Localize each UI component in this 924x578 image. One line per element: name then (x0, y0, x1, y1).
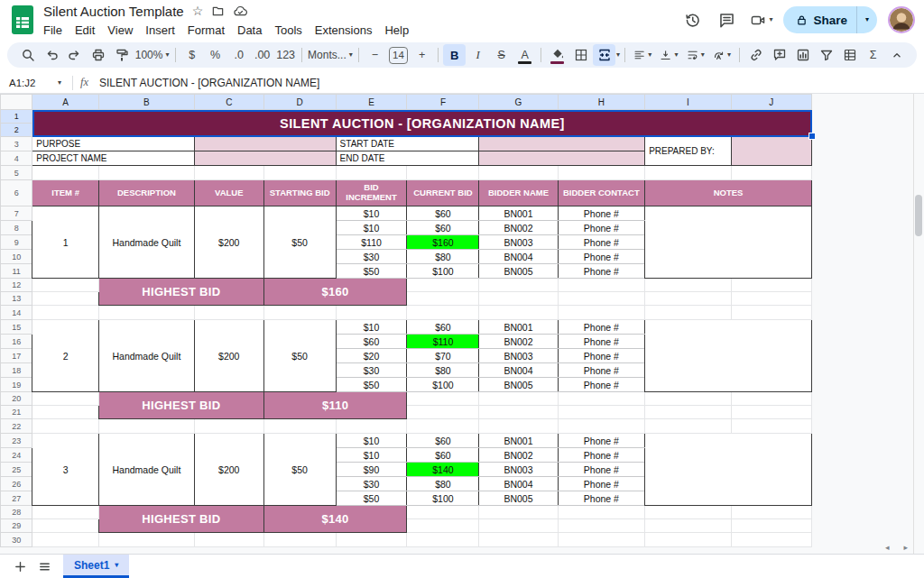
text-rotation-button[interactable]: ▾ (709, 44, 735, 66)
text-wrap-button[interactable]: ▾ (683, 44, 708, 66)
cell[interactable] (407, 519, 479, 533)
more-formats-button[interactable]: 123 (274, 44, 297, 66)
bid-increment-cell[interactable]: $10 (336, 221, 407, 235)
table-view-button[interactable] (838, 44, 861, 66)
bidder-name-cell[interactable]: BN002 (479, 448, 558, 463)
row-header-19[interactable]: 19 (1, 378, 32, 392)
item-number-cell[interactable]: 2 (32, 320, 99, 392)
cell[interactable] (479, 306, 558, 320)
row-header-22[interactable]: 22 (1, 419, 32, 434)
cell[interactable] (731, 506, 811, 519)
table-column-header[interactable]: STARTING BID (263, 180, 336, 206)
current-bid-cell[interactable]: $100 (407, 378, 479, 392)
cell[interactable] (407, 533, 479, 547)
cell[interactable] (731, 306, 811, 320)
bidder-name-cell[interactable]: BN004 (479, 250, 558, 264)
cell[interactable] (479, 392, 558, 406)
value-cell[interactable]: $200 (194, 434, 263, 506)
bid-increment-cell[interactable]: $50 (336, 378, 407, 392)
bidder-name-cell[interactable]: BN001 (479, 434, 558, 448)
row-header-4[interactable]: 4 (1, 151, 32, 166)
font-selector[interactable]: Monts...▾ (307, 44, 354, 66)
column-header-d[interactable]: D (263, 95, 336, 110)
borders-button[interactable] (569, 44, 592, 66)
row-header-25[interactable]: 25 (1, 463, 32, 477)
bidder-name-cell[interactable]: BN001 (479, 320, 558, 335)
bidder-name-cell[interactable]: BN003 (479, 349, 558, 363)
row-header-8[interactable]: 8 (1, 221, 32, 235)
menu-file[interactable]: File (37, 22, 69, 39)
cell[interactable] (558, 506, 645, 519)
bid-increment-cell[interactable]: $10 (336, 206, 407, 221)
bidder-contact-cell[interactable]: Phone # (558, 349, 645, 363)
cell[interactable] (479, 419, 558, 434)
column-header-b[interactable]: B (98, 95, 194, 110)
document-title[interactable]: Silent Auction Template (43, 4, 184, 19)
cell[interactable] (645, 392, 732, 406)
insert-chart-button[interactable] (791, 44, 814, 66)
cell[interactable] (645, 292, 732, 306)
menu-help[interactable]: Help (378, 22, 415, 39)
select-all-corner[interactable] (1, 95, 32, 110)
notes-cell[interactable] (645, 206, 812, 279)
bid-increment-cell[interactable]: $110 (336, 235, 407, 250)
cell[interactable] (479, 519, 558, 533)
bidder-name-cell[interactable]: BN003 (479, 235, 558, 250)
notes-cell[interactable] (645, 434, 812, 506)
row-header-20[interactable]: 20 (1, 392, 32, 406)
bidder-name-cell[interactable]: BN005 (479, 378, 558, 392)
comment-history-button[interactable] (715, 8, 738, 32)
cell[interactable] (479, 506, 558, 519)
table-column-header[interactable]: DESCRIPTION (98, 180, 194, 206)
cell[interactable] (731, 279, 811, 292)
cell[interactable] (336, 419, 407, 434)
highest-bid-label[interactable]: HIGHEST BID (98, 392, 263, 419)
column-header-c[interactable]: C (194, 95, 263, 110)
column-header-f[interactable]: F (407, 95, 479, 110)
cell[interactable] (407, 306, 479, 320)
prepared-by-value-cell[interactable] (731, 137, 811, 166)
cell[interactable] (645, 279, 732, 292)
zoom-selector[interactable]: 100%▾ (134, 44, 171, 66)
cell[interactable] (32, 392, 99, 406)
row-header-5[interactable]: 5 (1, 166, 32, 180)
cell[interactable] (263, 166, 336, 180)
cell[interactable] (731, 166, 811, 180)
cell[interactable] (558, 279, 645, 292)
project-name-value-cell[interactable] (194, 151, 336, 166)
cell[interactable] (645, 519, 732, 533)
share-button[interactable]: Share ▾ (783, 6, 877, 33)
cell[interactable] (479, 406, 558, 419)
row-header-24[interactable]: 24 (1, 448, 32, 463)
decrease-font-size-button[interactable]: − (364, 44, 386, 66)
bidder-contact-cell[interactable]: Phone # (558, 491, 645, 506)
cell[interactable] (407, 406, 479, 419)
horizontal-align-button[interactable]: ▾ (630, 44, 655, 66)
cell[interactable] (407, 279, 479, 292)
menu-edit[interactable]: Edit (69, 22, 101, 39)
bidder-name-cell[interactable]: BN003 (479, 463, 558, 477)
menu-tools[interactable]: Tools (268, 22, 308, 39)
bid-increment-cell[interactable]: $30 (336, 363, 407, 378)
cell[interactable] (98, 419, 194, 434)
row-header-29[interactable]: 29 (1, 519, 32, 533)
decrease-decimal-button[interactable]: .0 (227, 44, 250, 66)
cell[interactable] (731, 419, 811, 434)
row-header-7[interactable]: 7 (1, 206, 32, 221)
cell[interactable] (407, 506, 479, 519)
vertical-align-button[interactable]: ▾ (656, 44, 681, 66)
cell[interactable] (479, 292, 558, 306)
cell[interactable] (263, 533, 336, 547)
bidder-name-cell[interactable]: BN005 (479, 491, 558, 506)
current-bid-cell[interactable]: $60 (407, 434, 479, 448)
highest-bid-label[interactable]: HIGHEST BID (98, 279, 263, 306)
cell[interactable] (194, 533, 263, 547)
search-button[interactable] (16, 44, 39, 66)
row-header-3[interactable]: 3 (1, 137, 32, 151)
column-header-i[interactable]: I (645, 95, 732, 110)
start-date-label[interactable]: START DATE (336, 137, 479, 151)
sheet-tab-sheet1[interactable]: Sheet1 ▾ (63, 555, 129, 578)
row-header-30[interactable]: 30 (1, 533, 32, 547)
current-bid-cell[interactable]: $100 (407, 264, 479, 279)
bidder-contact-cell[interactable]: Phone # (558, 235, 645, 250)
